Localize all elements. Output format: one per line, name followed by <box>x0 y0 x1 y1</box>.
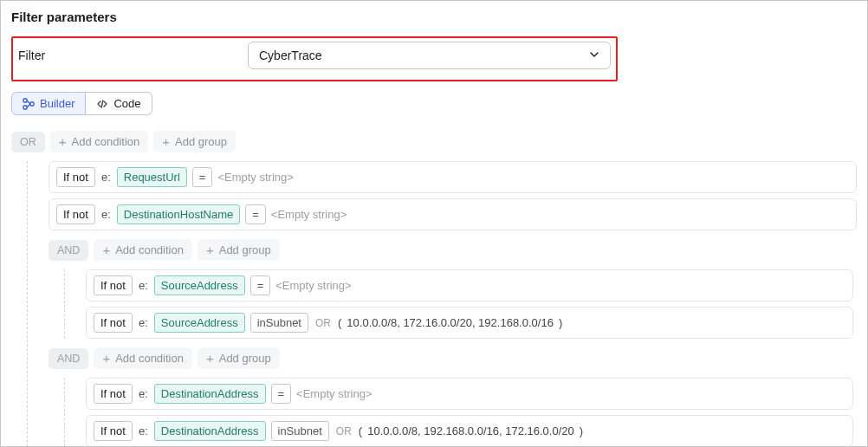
svg-line-4 <box>27 104 30 107</box>
svg-line-3 <box>27 100 30 104</box>
root-add-condition-button[interactable]: + Add condition <box>50 131 149 152</box>
condition-args: 10.0.0.0/8, 172.16.0.0/20, 192.168.0.0/1… <box>347 316 554 329</box>
builder-icon <box>23 98 35 110</box>
plus-icon: + <box>59 135 67 148</box>
svg-line-5 <box>102 100 104 107</box>
root-group-header: OR + Add condition + Add group <box>11 127 857 156</box>
condition-field[interactable]: RequestUrl <box>117 167 187 187</box>
plus-icon: + <box>206 352 214 365</box>
group-header: AND + Add condition + Add group <box>49 236 857 264</box>
group-add-condition-button[interactable]: + Add condition <box>94 239 192 261</box>
group-add-condition-button[interactable]: + Add condition <box>94 347 192 369</box>
condition-value: <Empty string> <box>275 279 351 292</box>
open-paren: ( <box>359 424 362 437</box>
condition-args: 10.0.0.0/8, 192.168.0.0/16, 172.16.0.0/2… <box>367 424 574 437</box>
condition-field[interactable]: DestinationHostName <box>117 204 240 224</box>
condition-field[interactable]: SourceAddress <box>154 313 245 333</box>
group-op-pill[interactable]: AND <box>49 348 88 369</box>
group-op-pill[interactable]: AND <box>49 240 88 261</box>
chevron-down-icon <box>589 49 599 62</box>
plus-icon: + <box>102 352 110 365</box>
filter-select-row: Filter CyberTrace <box>11 36 618 81</box>
svg-rect-1 <box>30 102 34 106</box>
tab-code-label: Code <box>113 97 140 110</box>
condition-operator[interactable]: inSubnet <box>271 421 329 441</box>
group-children: If not e: DestinationAddress = <Empty st… <box>64 378 857 447</box>
condition-value: <Empty string> <box>296 387 372 400</box>
add-group-label: Add group <box>175 135 227 148</box>
condition-operator[interactable]: = <box>271 384 292 404</box>
add-group-label: Add group <box>219 243 271 256</box>
condition-operator[interactable]: inSubnet <box>250 313 308 333</box>
filter-selected-value: CyberTrace <box>259 49 322 62</box>
condition-field[interactable]: SourceAddress <box>154 275 245 295</box>
condition-operator[interactable]: = <box>245 204 266 224</box>
condition-row[interactable]: If not e: SourceAddress = <Empty string> <box>86 269 853 301</box>
tab-builder-label: Builder <box>40 97 74 110</box>
field-prefix: e: <box>138 279 149 292</box>
condition-join: OR <box>315 317 331 329</box>
add-condition-label: Add condition <box>115 352 184 365</box>
ifnot-toggle[interactable]: If not <box>94 313 133 333</box>
condition-operator[interactable]: = <box>192 167 213 187</box>
group-children: If not e: SourceAddress = <Empty string>… <box>64 269 857 339</box>
plus-icon: + <box>102 243 110 256</box>
panel-title: Filter parameters <box>11 10 857 24</box>
add-condition-label: Add condition <box>72 135 140 148</box>
condition-field[interactable]: DestinationAddress <box>154 384 266 404</box>
svg-rect-2 <box>23 106 27 109</box>
root-add-group-button[interactable]: + Add group <box>153 131 236 152</box>
condition-row[interactable]: If not e: SourceAddress inSubnet OR ( 10… <box>86 307 853 339</box>
ifnot-toggle[interactable]: If not <box>94 275 133 295</box>
group-add-group-button[interactable]: + Add group <box>198 239 280 261</box>
close-paren: ) <box>559 316 562 329</box>
condition-tree: OR + Add condition + Add group If not e:… <box>11 127 857 447</box>
plus-icon: + <box>162 135 170 148</box>
plus-icon: + <box>206 243 214 256</box>
ifnot-toggle[interactable]: If not <box>56 204 95 224</box>
filter-label: Filter <box>18 49 248 62</box>
field-prefix: e: <box>138 424 149 437</box>
condition-value: <Empty string> <box>217 171 293 184</box>
condition-value: <Empty string> <box>271 208 347 221</box>
open-paren: ( <box>338 316 341 329</box>
ifnot-toggle[interactable]: If not <box>94 384 133 404</box>
field-prefix: e: <box>138 387 149 400</box>
filter-parameters-panel: Filter parameters Filter CyberTrace Buil… <box>0 0 868 447</box>
root-children: If not e: RequestUrl = <Empty string> If… <box>27 161 857 447</box>
group-add-group-button[interactable]: + Add group <box>198 347 280 369</box>
add-group-label: Add group <box>219 352 271 365</box>
field-prefix: e: <box>100 171 112 184</box>
condition-operator[interactable]: = <box>250 275 271 295</box>
condition-row[interactable]: If not e: DestinationAddress inSubnet OR… <box>86 415 853 447</box>
condition-row[interactable]: If not e: DestinationHostName = <Empty s… <box>49 198 857 230</box>
tab-code[interactable]: Code <box>86 92 152 115</box>
ifnot-toggle[interactable]: If not <box>56 167 95 187</box>
field-prefix: e: <box>138 316 149 329</box>
field-prefix: e: <box>100 208 112 221</box>
close-paren: ) <box>580 424 583 437</box>
svg-rect-0 <box>23 99 27 102</box>
tab-builder[interactable]: Builder <box>11 92 86 115</box>
ifnot-toggle[interactable]: If not <box>94 421 133 441</box>
code-icon <box>96 98 108 110</box>
condition-row[interactable]: If not e: DestinationAddress = <Empty st… <box>86 378 853 410</box>
mode-tabs: Builder Code <box>11 92 857 115</box>
add-condition-label: Add condition <box>115 243 184 256</box>
condition-row[interactable]: If not e: RequestUrl = <Empty string> <box>49 161 857 193</box>
condition-field[interactable]: DestinationAddress <box>154 421 266 441</box>
group-header: AND + Add condition + Add group <box>49 344 857 372</box>
filter-select[interactable]: CyberTrace <box>248 42 611 69</box>
root-op-pill[interactable]: OR <box>11 132 45 152</box>
condition-join: OR <box>336 425 352 437</box>
